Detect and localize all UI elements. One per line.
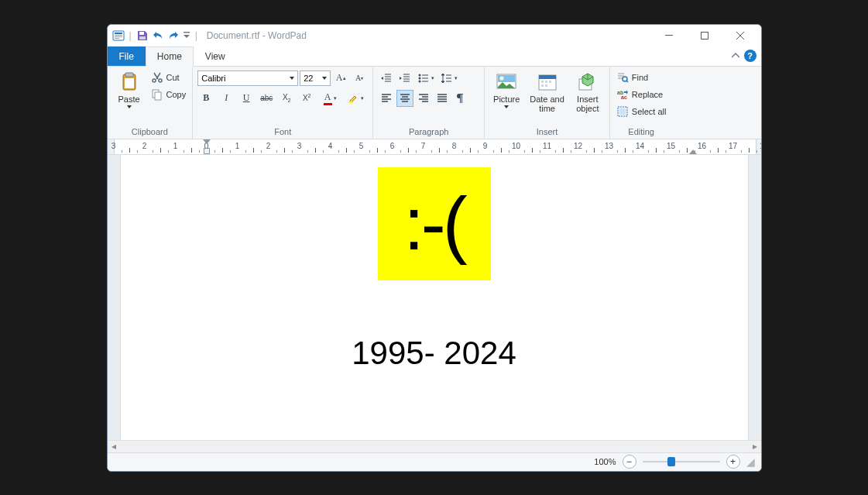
group-insert: Picture Date and time Insert object Inse…: [485, 67, 610, 139]
chevron-down-icon: [322, 77, 327, 80]
grow-font-button[interactable]: A▴: [332, 70, 349, 87]
group-title-insert: Insert: [489, 125, 605, 139]
underline-button[interactable]: U: [238, 90, 255, 107]
svg-rect-26: [541, 81, 544, 83]
replace-button[interactable]: abac Replace: [615, 87, 668, 102]
group-title-paragraph: Paragraph: [378, 125, 479, 139]
copy-button[interactable]: Copy: [149, 87, 188, 102]
decrease-indent-button[interactable]: [378, 70, 395, 87]
group-clipboard: Paste Cut Copy Clipboard: [108, 67, 194, 139]
highlight-button[interactable]: ▾: [345, 90, 368, 107]
maximize-button[interactable]: [687, 25, 722, 46]
group-font: Calibri 22 A▴ A▾ B I U: [193, 67, 373, 139]
tab-file[interactable]: File: [108, 46, 146, 66]
save-icon[interactable]: [136, 29, 149, 42]
font-family-select[interactable]: Calibri: [197, 70, 298, 86]
redo-icon[interactable]: [167, 29, 180, 42]
datetime-button[interactable]: Date and time: [527, 70, 568, 115]
font-family-value: Calibri: [201, 74, 225, 83]
select-all-label: Select all: [632, 107, 667, 116]
svg-rect-3: [115, 36, 122, 37]
justify-button[interactable]: [434, 90, 451, 107]
svg-rect-2: [115, 35, 122, 36]
zoom-out-button[interactable]: −: [623, 455, 636, 469]
close-button[interactable]: [722, 25, 758, 46]
svg-rect-1: [115, 33, 122, 34]
insert-object-button[interactable]: Insert object: [571, 70, 605, 115]
document-area[interactable]: :-( 1995- 2024: [108, 155, 761, 440]
cut-button[interactable]: Cut: [149, 70, 188, 85]
superscript-button[interactable]: X2: [298, 90, 315, 107]
ruler[interactable]: 3210123456789101112131415161718: [108, 139, 761, 155]
svg-rect-4: [115, 38, 119, 39]
align-right-button[interactable]: [415, 90, 432, 107]
object-label-1: Insert: [577, 95, 599, 104]
shrink-font-button[interactable]: A▾: [351, 70, 368, 87]
strikethrough-button[interactable]: abc: [258, 90, 275, 107]
collapse-ribbon-icon[interactable]: [727, 46, 744, 66]
increase-indent-button[interactable]: [396, 70, 413, 87]
zoom-in-button[interactable]: +: [726, 455, 740, 469]
qat-customize-icon[interactable]: [183, 31, 190, 40]
chevron-down-icon: [290, 77, 294, 80]
highlighted-text: :-(: [378, 167, 491, 280]
group-paragraph: ▾ ▾ Paragraph: [373, 67, 485, 139]
chevron-down-icon: [504, 105, 509, 108]
scroll-right-icon[interactable]: ▸: [749, 441, 761, 452]
paragraph-dialog-button[interactable]: [452, 90, 469, 107]
picture-button[interactable]: Picture: [489, 70, 523, 110]
bold-button[interactable]: B: [197, 90, 214, 107]
resize-grip-icon[interactable]: ◢: [746, 456, 755, 467]
svg-rect-16: [155, 92, 161, 100]
paste-button[interactable]: Paste: [112, 70, 146, 110]
tab-view[interactable]: View: [194, 46, 237, 66]
svg-point-14: [159, 79, 162, 82]
svg-rect-30: [545, 84, 547, 87]
subscript-button[interactable]: X2: [278, 90, 295, 107]
horizontal-scrollbar[interactable]: ◂ ▸: [108, 440, 761, 452]
replace-label: Replace: [632, 90, 663, 99]
svg-rect-17: [349, 101, 353, 103]
titlebar: | | Document.rtf - WordPad: [108, 25, 761, 46]
quick-access-toolbar: | |: [112, 29, 199, 42]
zoom-slider[interactable]: [643, 461, 720, 462]
ribbon-tabs: File Home View ?: [108, 46, 761, 67]
app-icon[interactable]: [112, 29, 125, 42]
picture-label: Picture: [493, 95, 520, 104]
svg-rect-25: [539, 75, 556, 79]
svg-rect-8: [665, 35, 673, 36]
font-size-select[interactable]: 22: [300, 70, 331, 86]
window-controls: [651, 25, 758, 46]
minimize-button[interactable]: [651, 25, 687, 46]
font-color-button[interactable]: A▾: [318, 90, 341, 107]
svg-point-23: [500, 76, 504, 80]
svg-rect-5: [139, 32, 144, 35]
svg-rect-11: [125, 73, 133, 77]
align-center-button[interactable]: [396, 90, 413, 107]
bullets-button[interactable]: ▾: [415, 70, 437, 87]
separator: |: [194, 30, 199, 41]
svg-rect-9: [701, 32, 708, 39]
svg-point-18: [419, 74, 421, 76]
cut-label: Cut: [166, 73, 180, 82]
undo-icon[interactable]: [152, 29, 164, 42]
zoom-slider-thumb[interactable]: [667, 457, 675, 466]
help-button[interactable]: ?: [744, 50, 756, 62]
italic-button[interactable]: I: [218, 90, 235, 107]
svg-rect-12: [125, 78, 134, 88]
find-label: Find: [632, 73, 648, 82]
select-all-button[interactable]: Select all: [615, 104, 668, 119]
svg-rect-29: [541, 84, 544, 87]
group-title-clipboard: Clipboard: [112, 125, 188, 139]
zoom-level: 100%: [594, 457, 616, 466]
align-left-button[interactable]: [378, 90, 395, 107]
find-button[interactable]: Find: [615, 70, 668, 85]
svg-rect-28: [549, 81, 551, 83]
document-text-years: 1995- 2024: [352, 335, 516, 372]
paste-label: Paste: [118, 95, 139, 104]
scroll-left-icon[interactable]: ◂: [108, 441, 120, 452]
line-spacing-button[interactable]: ▾: [438, 70, 460, 87]
page: :-( 1995- 2024: [121, 155, 748, 440]
svg-rect-7: [184, 32, 190, 33]
tab-home[interactable]: Home: [146, 46, 194, 67]
